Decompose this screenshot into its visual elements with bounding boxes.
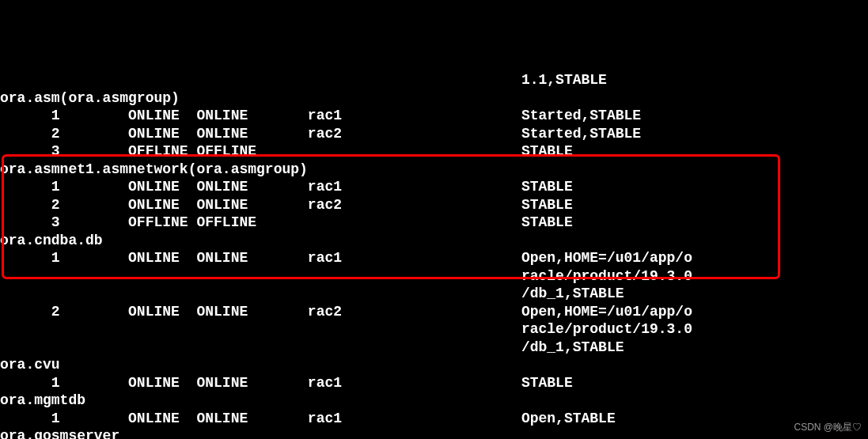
terminal-output: 1.1,STABLE ora.asm(ora.asmgroup) 1 ONLIN… — [0, 71, 868, 439]
watermark: CSDN @晚星♡ — [794, 418, 862, 437]
